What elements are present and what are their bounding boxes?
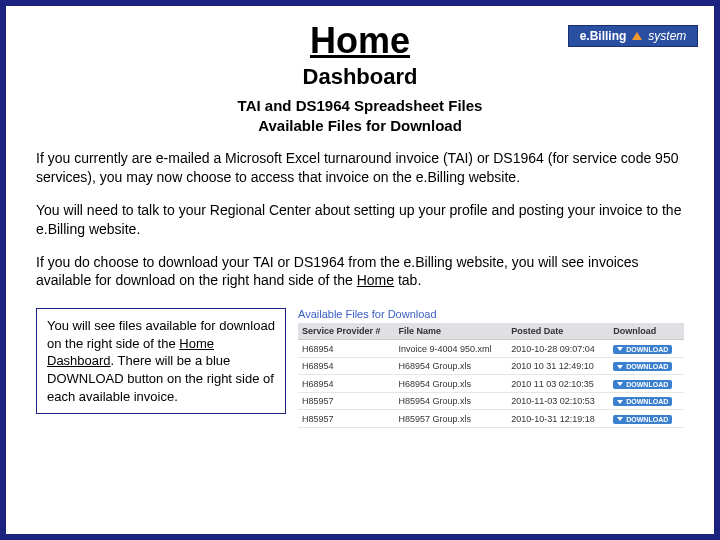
col-download: Download [609, 323, 684, 340]
download-button[interactable]: DOWNLOAD [613, 345, 672, 354]
bottom-row: You will see files available for downloa… [36, 308, 684, 428]
cell-download: DOWNLOAD [609, 392, 684, 410]
cell-provider: H68954 [298, 375, 395, 393]
download-button[interactable]: DOWNLOAD [613, 380, 672, 389]
table-row: H68954 H68954 Group.xls 2010 11 03 02:10… [298, 375, 684, 393]
subhead-line-1: TAI and DS1964 Spreadsheet Files [238, 97, 483, 114]
files-panel: Available Files for Download Service Pro… [298, 308, 684, 428]
cell-file: H85957 Group.xls [395, 410, 508, 428]
cell-provider: H85957 [298, 410, 395, 428]
table-row: H85957 H85957 Group.xls 2010-10-31 12:19… [298, 410, 684, 428]
callout-box: You will see files available for downloa… [36, 308, 286, 414]
download-button[interactable]: DOWNLOAD [613, 415, 672, 424]
table-row: H85957 H85954 Group.xls 2010-11-03 02:10… [298, 392, 684, 410]
download-button[interactable]: DOWNLOAD [613, 397, 672, 406]
para3-text-b: tab. [394, 272, 421, 288]
cell-provider: H68954 [298, 357, 395, 375]
cell-download: DOWNLOAD [609, 375, 684, 393]
cell-posted: 2010 11 03 02:10:35 [507, 375, 609, 393]
col-file: File Name [395, 323, 508, 340]
section-heading: TAI and DS1964 Spreadsheet Files Availab… [36, 96, 684, 135]
callout-home: Home [179, 336, 214, 351]
cell-download: DOWNLOAD [609, 357, 684, 375]
triangle-icon [632, 32, 642, 40]
cell-posted: 2010-10-31 12:19:18 [507, 410, 609, 428]
col-provider: Service Provider # [298, 323, 395, 340]
cell-download: DOWNLOAD [609, 410, 684, 428]
paragraph-3: If you do choose to download your TAI or… [36, 253, 684, 291]
callout-dashboard: Dashboard [47, 353, 111, 368]
paragraph-2: You will need to talk to your Regional C… [36, 201, 684, 239]
cell-provider: H68954 [298, 340, 395, 358]
callout-text-a: You will see files available for downloa… [47, 318, 275, 351]
page-subtitle: Dashboard [36, 64, 684, 90]
logo-text-right: system [648, 29, 686, 43]
cell-posted: 2010-11-03 02:10:53 [507, 392, 609, 410]
cell-posted: 2010 10 31 12:49:10 [507, 357, 609, 375]
col-posted: Posted Date [507, 323, 609, 340]
logo-text-left: e.Billing [580, 29, 627, 43]
ebilling-logo: e.Billing system [568, 25, 698, 47]
files-heading: Available Files for Download [298, 308, 684, 320]
download-button[interactable]: DOWNLOAD [613, 362, 672, 371]
files-table: Service Provider # File Name Posted Date… [298, 323, 684, 428]
para3-home-link: Home [357, 272, 394, 288]
table-row: H68954 H68954 Group.xls 2010 10 31 12:49… [298, 357, 684, 375]
table-row: H68954 Invoice 9-4004 950.xml 2010-10-28… [298, 340, 684, 358]
cell-posted: 2010-10-28 09:07:04 [507, 340, 609, 358]
cell-file: Invoice 9-4004 950.xml [395, 340, 508, 358]
cell-download: DOWNLOAD [609, 340, 684, 358]
subhead-line-2: Available Files for Download [258, 117, 462, 134]
slide-frame: e.Billing system Home Dashboard TAI and … [0, 0, 720, 540]
cell-provider: H85957 [298, 392, 395, 410]
para3-text-a: If you do choose to download your TAI or… [36, 254, 639, 289]
cell-file: H85954 Group.xls [395, 392, 508, 410]
cell-file: H68954 Group.xls [395, 357, 508, 375]
table-header-row: Service Provider # File Name Posted Date… [298, 323, 684, 340]
cell-file: H68954 Group.xls [395, 375, 508, 393]
paragraph-1: If you currently are e-mailed a Microsof… [36, 149, 684, 187]
